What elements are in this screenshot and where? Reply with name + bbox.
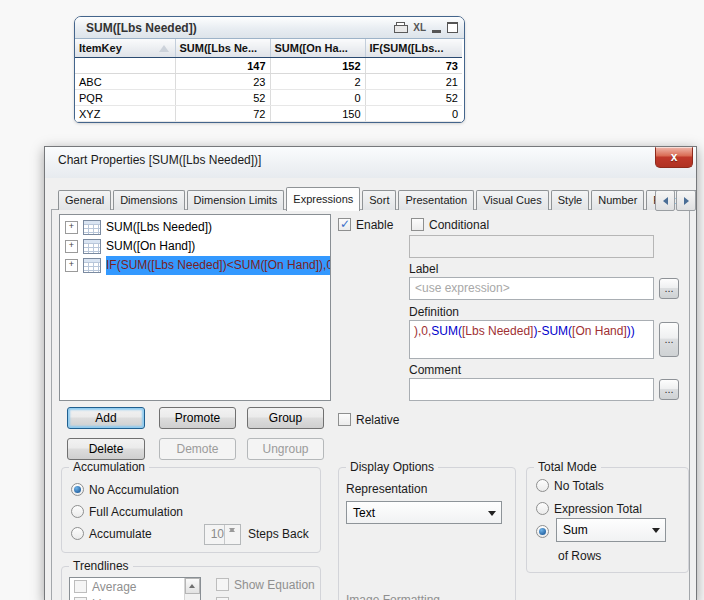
trendline-item-average[interactable]: Average (70, 578, 200, 595)
comment-caption: Comment (409, 363, 461, 377)
trendlines-scrollbar[interactable] (184, 578, 200, 600)
linear-label: Linear (92, 597, 125, 600)
close-button[interactable]: x (655, 147, 693, 168)
full-accumulation-radio[interactable] (71, 505, 84, 518)
tab-sort[interactable]: Sort (362, 190, 396, 210)
tab-style[interactable]: Style (551, 190, 589, 210)
steps-back-stepper[interactable]: 10 (204, 524, 241, 545)
enable-checkbox[interactable] (338, 218, 351, 231)
expression-table-icon (83, 258, 101, 273)
chart-properties-dialog: Chart Properties [SUM([Lbs Needed])] x G… (44, 146, 697, 600)
enable-label: Enable (356, 218, 393, 232)
add-button[interactable]: Add (67, 407, 145, 429)
sum-of-rows-radio[interactable] (536, 525, 549, 538)
promote-button[interactable]: Promote (159, 407, 236, 429)
cell-value[interactable]: 52 (175, 90, 270, 106)
cell-value[interactable]: 21 (365, 74, 462, 90)
steps-back-value: 10 (205, 525, 226, 544)
ungroup-button[interactable]: Ungroup (247, 438, 324, 460)
tab-scroll-left-button[interactable] (655, 190, 675, 211)
chevron-down-icon (652, 528, 660, 533)
cell-value[interactable]: 0 (365, 106, 462, 122)
definition-segment: [Lbs Needed] (462, 324, 533, 338)
total-aggregation-dropdown[interactable]: Sum (556, 518, 666, 542)
cell-value[interactable]: 0 (270, 90, 365, 106)
label-placeholder: <use expression> (410, 278, 653, 299)
conditional-checkbox[interactable] (411, 218, 424, 231)
tab-expressions[interactable]: Expressions (286, 187, 360, 211)
image-formatting-label: Image Formatting (346, 593, 440, 600)
delete-button[interactable]: Delete (67, 438, 145, 460)
definition-segment: SUM( (431, 324, 462, 338)
comment-browse-button[interactable]: ... (659, 379, 679, 400)
display-options-title: Display Options (346, 460, 438, 474)
representation-label: Representation (346, 482, 427, 496)
tab-presentation[interactable]: Presentation (398, 190, 474, 210)
representation-value: Text (353, 502, 375, 523)
tab-general[interactable]: General (58, 190, 111, 210)
sort-indicator-icon (159, 45, 169, 52)
expand-plus-icon[interactable]: + (65, 259, 78, 272)
definition-browse-button[interactable]: ... (659, 322, 679, 357)
cell-itemkey[interactable]: XYZ (75, 106, 175, 122)
cell-value[interactable]: 72 (175, 106, 270, 122)
expand-plus-icon[interactable]: + (65, 221, 78, 234)
relative-label: Relative (356, 413, 399, 427)
column-header-if-expression[interactable]: IF(SUM([Lbs... (365, 39, 462, 58)
table-window-titlebar[interactable]: SUM([Lbs Needed]) XL (75, 17, 464, 39)
tab-number[interactable]: Number (591, 190, 644, 210)
representation-dropdown[interactable]: Text (346, 501, 502, 524)
maximize-icon[interactable] (447, 22, 458, 33)
accumulate-radio[interactable] (71, 527, 84, 540)
tab-dimension-limits[interactable]: Dimension Limits (187, 190, 285, 210)
cell-itemkey[interactable]: PQR (75, 90, 175, 106)
no-totals-label: No Totals (554, 479, 604, 493)
cell-value[interactable]: 150 (270, 106, 365, 122)
cell-itemkey[interactable]: ABC (75, 74, 175, 90)
table-row: ABC 23 2 21 (75, 74, 462, 90)
column-header-on-hand[interactable]: SUM([On Ha... (270, 39, 365, 58)
demote-button[interactable]: Demote (159, 438, 236, 460)
print-icon[interactable] (394, 22, 407, 33)
expression-label: IF(SUM([Lbs Needed])<SUM([On Hand]),0,S (106, 256, 330, 275)
cell-value[interactable]: 2 (270, 74, 365, 90)
tab-visual-cues[interactable]: Visual Cues (476, 190, 549, 210)
print-icon-body (394, 25, 408, 33)
label-browse-button[interactable]: ... (659, 278, 679, 299)
expression-item-selected[interactable]: + IF(SUM([Lbs Needed])<SUM([On Hand]),0,… (60, 256, 330, 275)
cell-value[interactable]: 52 (365, 90, 462, 106)
group-button[interactable]: Group (247, 407, 324, 429)
total-mode-title: Total Mode (534, 460, 601, 474)
totals-cell: 152 (270, 58, 365, 74)
expression-item[interactable]: + SUM([On Hand]) (60, 237, 330, 256)
expression-item[interactable]: + SUM([Lbs Needed]) (60, 218, 330, 237)
conditional-input[interactable] (409, 235, 654, 258)
expression-total-radio[interactable] (536, 502, 549, 515)
cell-value[interactable]: 23 (175, 74, 270, 90)
trendlines-title: Trendlines (69, 559, 133, 573)
label-input[interactable]: <use expression> (409, 277, 654, 300)
accumulate-label: Accumulate (89, 527, 152, 541)
show-equation-checkbox[interactable] (216, 578, 229, 591)
trendline-item-linear[interactable]: Linear (70, 595, 200, 600)
show-equation-label: Show Equation (234, 578, 315, 592)
expression-total-label: Expression Total (554, 502, 642, 516)
average-checkbox[interactable] (74, 580, 87, 593)
minimize-icon[interactable] (432, 30, 441, 33)
dialog-titlebar[interactable]: Chart Properties [SUM([Lbs Needed])] (45, 147, 696, 178)
no-totals-radio[interactable] (536, 479, 549, 492)
table-header-row: ItemKey SUM([Lbs Ne... SUM([On Ha... IF(… (75, 39, 462, 58)
chevron-left-icon (663, 197, 668, 205)
relative-checkbox[interactable] (338, 413, 351, 426)
comment-input[interactable] (409, 378, 654, 401)
column-header-itemkey[interactable]: ItemKey (75, 39, 175, 58)
excel-export-icon[interactable]: XL (413, 22, 426, 33)
definition-input[interactable]: ),0,SUM([Lbs Needed])-SUM([On Hand])) (409, 320, 654, 359)
expand-plus-icon[interactable]: + (65, 240, 78, 253)
tab-scroll-right-button[interactable] (676, 190, 696, 211)
column-header-lbs-needed[interactable]: SUM([Lbs Ne... (175, 39, 270, 58)
no-accumulation-radio[interactable] (71, 483, 84, 496)
scroll-up-icon[interactable] (185, 578, 200, 594)
tab-dimensions[interactable]: Dimensions (113, 190, 184, 210)
expression-table-icon (83, 220, 101, 235)
